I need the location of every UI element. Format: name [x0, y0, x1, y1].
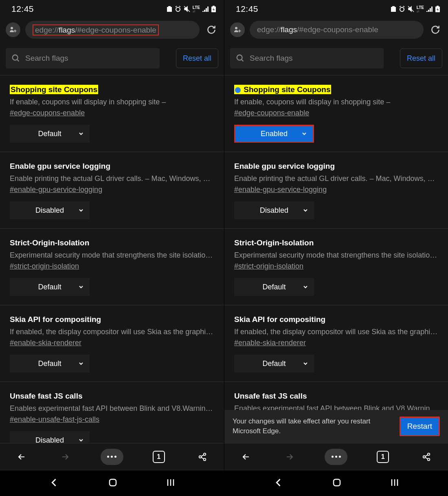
search-input[interactable]: Search flags — [230, 48, 384, 68]
tabs-button[interactable]: 1 — [151, 449, 167, 465]
reset-all-button[interactable]: Reset all — [400, 48, 442, 68]
reload-button[interactable] — [204, 23, 218, 37]
flag-hash-link[interactable]: #edge-coupons-enable — [10, 109, 85, 117]
url-bar[interactable]: edge://flags/#edge-coupons-enable — [25, 21, 200, 39]
flag-select[interactable]: Disabled — [10, 431, 90, 443]
flag-select[interactable]: Default — [10, 278, 90, 296]
reload-icon — [430, 24, 441, 35]
flag-description: Experimental security mode that strength… — [234, 250, 438, 260]
status-icons: LTE↓↑ — [391, 6, 440, 13]
browser-top-bar: edge://flags/#edge-coupons-enable — [0, 18, 224, 42]
flag-hash-link[interactable]: #strict-origin-isolation — [234, 262, 303, 271]
system-nav-bar — [224, 470, 448, 496]
menu-button[interactable] — [101, 449, 123, 465]
nav-home-button[interactable] — [108, 478, 118, 489]
flags-list[interactable]: Shopping site Coupons If enable, coupons… — [224, 75, 448, 443]
flag-hash-link[interactable]: #strict-origin-isolation — [10, 262, 79, 271]
svg-point-15 — [237, 55, 242, 60]
search-placeholder: Search flags — [250, 54, 293, 63]
flag-select[interactable]: Disabled — [10, 201, 90, 219]
flag-item: Enable gpu service logging Enable printi… — [224, 152, 448, 229]
flag-title: Strict-Origin-Isolation — [234, 238, 314, 247]
browser-top-bar: edge://flags/#edge-coupons-enable — [224, 18, 448, 42]
flag-hash-link[interactable]: #enable-gpu-service-logging — [10, 185, 102, 194]
flag-hash-link[interactable]: #edge-coupons-enable — [234, 109, 309, 117]
flag-select[interactable]: Enabled — [234, 125, 314, 143]
flag-hash-link[interactable]: #enable-skia-renderer — [234, 339, 306, 347]
mute-icon — [184, 6, 190, 12]
restart-bar: Your changes will take effect after you … — [224, 410, 448, 443]
svg-point-5 — [13, 55, 18, 60]
flags-list[interactable]: Shopping site Coupons If enable, coupons… — [0, 75, 224, 443]
recents-icon — [390, 478, 400, 487]
search-icon — [11, 54, 20, 63]
nav-back-button[interactable] — [48, 477, 60, 490]
flag-item: Enable gpu service logging Enable printi… — [0, 152, 224, 229]
flag-select[interactable]: Disabled — [234, 201, 314, 219]
phone-left: 12:45 LTE↓↑ edge://flags/#edge-coupons-e… — [0, 0, 224, 496]
flag-description: If enable, coupons will display in shopp… — [10, 97, 214, 107]
nav-back-button[interactable] — [273, 477, 284, 490]
svg-point-16 — [423, 456, 425, 458]
flag-select[interactable]: Default — [10, 355, 90, 373]
mute-icon — [408, 6, 414, 12]
svg-point-4 — [14, 30, 16, 32]
battery-saver-icon — [167, 6, 172, 12]
svg-point-17 — [427, 453, 430, 455]
lte-icon: LTE↓↑ — [193, 6, 200, 13]
svg-rect-9 — [110, 479, 116, 486]
flag-select[interactable]: Default — [10, 125, 90, 143]
flag-title: Strict-Origin-Isolation — [10, 238, 89, 247]
chevron-down-icon — [303, 361, 308, 366]
home-icon — [332, 478, 342, 487]
chevron-down-icon — [78, 284, 84, 290]
flag-item: Skia API for compositing If enabled, the… — [224, 305, 448, 382]
nav-recents-button[interactable] — [166, 478, 176, 489]
restart-button[interactable]: Restart — [400, 417, 440, 436]
flag-select-value: Enabled — [261, 130, 288, 138]
nav-home-button[interactable] — [332, 478, 342, 489]
share-button[interactable] — [194, 449, 211, 465]
flag-hash-link[interactable]: #enable-gpu-service-logging — [234, 185, 327, 194]
tabs-button[interactable]: 1 — [375, 449, 391, 465]
profile-button[interactable] — [230, 22, 245, 37]
forward-button[interactable] — [57, 449, 73, 465]
flag-title: Skia API for compositing — [10, 315, 101, 324]
svg-rect-19 — [334, 479, 340, 486]
url-bar[interactable]: edge://flags/#edge-coupons-enable — [250, 21, 424, 39]
flag-select-value: Default — [38, 359, 61, 368]
svg-point-0 — [176, 7, 180, 11]
reload-button[interactable] — [428, 23, 442, 37]
flag-select-value: Default — [38, 283, 61, 291]
profile-button[interactable] — [6, 22, 20, 37]
flag-select-value: Disabled — [35, 206, 64, 215]
flag-description: Experimental security mode that strength… — [10, 250, 214, 260]
svg-rect-12 — [437, 6, 439, 7]
back-button[interactable] — [238, 449, 254, 465]
flag-item: Skia API for compositing If enabled, the… — [0, 305, 224, 382]
share-button[interactable] — [418, 449, 435, 465]
reset-all-button[interactable]: Reset all — [176, 48, 218, 68]
menu-button[interactable] — [325, 449, 347, 465]
alarm-icon — [175, 6, 181, 12]
flag-item: Strict-Origin-Isolation Experimental sec… — [0, 229, 224, 305]
flag-hash-link[interactable]: #enable-skia-renderer — [10, 339, 81, 347]
flag-hash-link[interactable]: #enable-unsafe-fast-js-calls — [10, 415, 99, 424]
back-button[interactable] — [13, 449, 30, 465]
flag-select[interactable]: Default — [234, 278, 314, 296]
chevron-down-icon — [78, 207, 84, 213]
browser-bottom-bar: 1 — [0, 443, 224, 470]
alarm-icon — [399, 6, 405, 12]
flag-select[interactable]: Default — [234, 355, 314, 373]
search-input[interactable]: Search flags — [6, 48, 160, 68]
chevron-down-icon — [303, 207, 308, 213]
svg-point-6 — [199, 456, 201, 458]
url-host: flags — [59, 26, 75, 34]
phone-right: 12:45 LTE↓↑ edge://flags/#edge-coupons-e… — [224, 0, 448, 496]
svg-point-7 — [203, 453, 206, 455]
tab-count: 1 — [153, 451, 165, 463]
nav-recents-button[interactable] — [390, 478, 400, 489]
forward-button[interactable] — [281, 449, 298, 465]
browser-bottom-bar: 1 — [224, 443, 448, 470]
clock: 12:45 — [11, 4, 34, 14]
